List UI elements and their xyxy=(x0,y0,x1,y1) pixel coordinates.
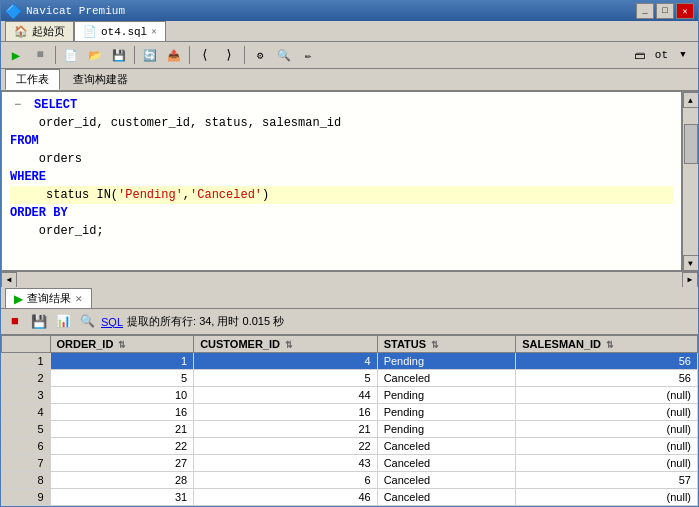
prev-button[interactable]: ⟨ xyxy=(194,44,216,66)
editor-scrollbar-h[interactable]: ◀ ▶ xyxy=(1,271,698,287)
minimize-button[interactable]: _ xyxy=(636,3,654,19)
cell-customer_id: 21 xyxy=(194,421,378,438)
sql-line-7: ORDER BY xyxy=(10,204,673,222)
new-button[interactable]: 📄 xyxy=(60,44,82,66)
scroll-h-track[interactable] xyxy=(17,273,682,287)
toolbar-sep3 xyxy=(189,46,190,64)
sql-close-paren: ) xyxy=(262,188,269,202)
table-row[interactable]: 255Canceled56 xyxy=(2,370,698,387)
stop-button[interactable]: ■ xyxy=(29,44,51,66)
sql-status-in: status IN( xyxy=(46,188,118,202)
editor-scrollbar-v[interactable]: ▲ ▼ xyxy=(682,92,698,271)
sql-orderby-col: order_id; xyxy=(39,222,104,240)
export-button[interactable]: 📤 xyxy=(163,44,185,66)
results-stop-btn[interactable]: ■ xyxy=(5,312,25,332)
table-row[interactable]: 52121Pending(null) xyxy=(2,421,698,438)
sql-tab-label: ot4.sql xyxy=(101,26,147,38)
cell-status: Pending xyxy=(377,404,516,421)
scroll-down-btn[interactable]: ▼ xyxy=(683,255,699,271)
settings-button[interactable]: ⚙ xyxy=(249,44,271,66)
cell-rownum: 5 xyxy=(2,421,51,438)
scroll-thumb[interactable] xyxy=(684,124,698,164)
th-status[interactable]: STATUS ⇅ xyxy=(377,336,516,353)
line-indent4 xyxy=(10,222,39,240)
results-save-btn[interactable]: 💾 xyxy=(29,312,49,332)
cell-status: Canceled xyxy=(377,455,516,472)
cell-rownum: 3 xyxy=(2,387,51,404)
tab-sql[interactable]: 📄 ot4.sql ✕ xyxy=(74,21,166,41)
cell-status: Canceled xyxy=(377,438,516,455)
cell-customer_id: 4 xyxy=(194,353,378,370)
table-row[interactable]: 72743Canceled(null) xyxy=(2,455,698,472)
sql-link[interactable]: SQL xyxy=(101,316,123,328)
table-row[interactable]: 41616Pending(null) xyxy=(2,404,698,421)
main-window: 🔷 Navicat Premium _ □ ✕ 🏠 起始页 📄 ot4.sql … xyxy=(0,0,699,507)
results-filter-btn[interactable]: 🔍 xyxy=(77,312,97,332)
table-row[interactable]: 62222Canceled(null) xyxy=(2,438,698,455)
title-bar: 🔷 Navicat Premium _ □ ✕ xyxy=(1,1,698,21)
replace-button[interactable]: ✏ xyxy=(297,44,319,66)
cell-customer_id: 22 xyxy=(194,438,378,455)
th-customer-id[interactable]: CUSTOMER_ID ⇅ xyxy=(194,336,378,353)
subtab-worksheet[interactable]: 工作表 xyxy=(5,69,60,90)
results-info: 提取的所有行: 34, 用时 0.015 秒 xyxy=(127,314,284,329)
cell-customer_id: 44 xyxy=(194,387,378,404)
cell-status: Pending xyxy=(377,353,516,370)
refresh-button[interactable]: 🔄 xyxy=(139,44,161,66)
sql-tab-close[interactable]: ✕ xyxy=(151,26,156,37)
th-salesman-id[interactable]: SALESMAN_ID ⇅ xyxy=(516,336,698,353)
scroll-left-btn[interactable]: ◀ xyxy=(1,272,17,288)
scroll-right-btn[interactable]: ▶ xyxy=(682,272,698,288)
cell-order_id: 16 xyxy=(50,404,194,421)
window-controls: _ □ ✕ xyxy=(636,3,694,19)
results-tab[interactable]: ▶ 查询结果 ✕ xyxy=(5,288,92,308)
maximize-button[interactable]: □ xyxy=(656,3,674,19)
run-button[interactable]: ▶ xyxy=(5,44,27,66)
data-table-wrapper[interactable]: ORDER_ID ⇅ CUSTOMER_ID ⇅ STATUS ⇅ SALE xyxy=(1,335,698,506)
cell-salesman_id: (null) xyxy=(516,489,698,506)
sql-editor[interactable]: − SELECT order_id, customer_id, status, … xyxy=(1,92,682,271)
subtab-querybuilder[interactable]: 查询构建器 xyxy=(62,69,139,90)
sql-line-8: order_id; xyxy=(10,222,673,240)
cell-rownum: 2 xyxy=(2,370,51,387)
cell-status: Canceled xyxy=(377,489,516,506)
th-order-id[interactable]: ORDER_ID ⇅ xyxy=(50,336,194,353)
table-row[interactable]: 93146Canceled(null) xyxy=(2,489,698,506)
table-header-row: ORDER_ID ⇅ CUSTOMER_ID ⇅ STATUS ⇅ SALE xyxy=(2,336,698,353)
sql-content: − SELECT order_id, customer_id, status, … xyxy=(2,92,681,244)
results-tab-close[interactable]: ✕ xyxy=(75,294,83,304)
tab-bar: 🏠 起始页 📄 ot4.sql ✕ xyxy=(1,21,698,42)
line-minus: − xyxy=(14,96,26,114)
cell-salesman_id: (null) xyxy=(516,438,698,455)
table-row[interactable]: 8286Canceled57 xyxy=(2,472,698,489)
sub-toolbar: 工作表 查询构建器 xyxy=(1,69,698,92)
cell-order_id: 5 xyxy=(50,370,194,387)
table-row[interactable]: 31044Pending(null) xyxy=(2,387,698,404)
results-toolbar: ■ 💾 📊 🔍 SQL 提取的所有行: 34, 用时 0.015 秒 xyxy=(1,309,698,335)
scroll-up-btn[interactable]: ▲ xyxy=(683,92,699,108)
cell-rownum: 8 xyxy=(2,472,51,489)
table-row[interactable]: 114Pending56 xyxy=(2,353,698,370)
dropdown-btn[interactable]: ▼ xyxy=(672,44,694,66)
title-bar-content: 🔷 Navicat Premium xyxy=(5,3,125,20)
th-customer-id-label: CUSTOMER_ID xyxy=(200,338,280,350)
table-body: 114Pending56255Canceled5631044Pending(nu… xyxy=(2,353,698,506)
app-title: Navicat Premium xyxy=(26,5,125,17)
cell-rownum: 4 xyxy=(2,404,51,421)
th-order-id-label: ORDER_ID xyxy=(57,338,114,350)
editor-container: − SELECT order_id, customer_id, status, … xyxy=(1,92,698,271)
results-tab-bar: ▶ 查询结果 ✕ xyxy=(1,287,698,309)
line-indent3 xyxy=(10,188,39,202)
sql-string-pending: 'Pending' xyxy=(118,188,183,202)
sql-line-4: orders xyxy=(10,150,673,168)
results-export-btn[interactable]: 📊 xyxy=(53,312,73,332)
results-tab-label: 查询结果 xyxy=(27,291,71,306)
open-button[interactable]: 📂 xyxy=(84,44,106,66)
cell-status: Canceled xyxy=(377,472,516,489)
tab-home[interactable]: 🏠 起始页 xyxy=(5,21,74,41)
next-button[interactable]: ⟩ xyxy=(218,44,240,66)
save-button[interactable]: 💾 xyxy=(108,44,130,66)
find-button[interactable]: 🔍 xyxy=(273,44,295,66)
close-button[interactable]: ✕ xyxy=(676,3,694,19)
sql-line-3: FROM xyxy=(10,132,673,150)
